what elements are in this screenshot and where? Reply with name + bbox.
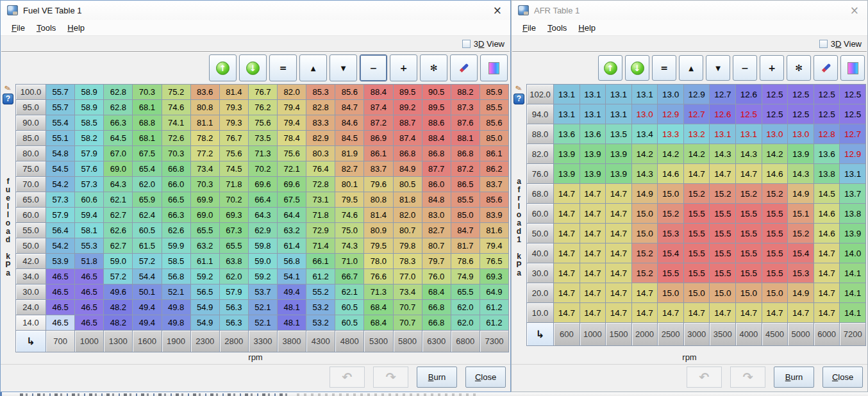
table-cell[interactable]: 46.5 — [46, 285, 74, 299]
table-cell[interactable]: 14.6 — [762, 164, 788, 183]
table-cell[interactable]: 74.3 — [335, 238, 363, 253]
table-cell[interactable]: 67.3 — [220, 223, 248, 238]
table-cell[interactable]: 61.4 — [278, 238, 306, 253]
table-cell[interactable]: 86.1 — [364, 146, 392, 161]
table-cell[interactable]: 55.2 — [306, 285, 335, 299]
row-header[interactable]: 90.0 — [16, 115, 46, 130]
table-cell[interactable]: 76.2 — [249, 100, 277, 115]
col-header[interactable]: 1600 — [133, 331, 161, 352]
table-cell[interactable]: 85.5 — [451, 192, 480, 207]
table-cell[interactable]: 79.4 — [480, 238, 508, 253]
table-cell[interactable]: 13.6 — [580, 124, 606, 144]
table-cell[interactable]: 71.3 — [249, 146, 277, 161]
undo-button[interactable]: ↶ — [330, 367, 365, 388]
table-cell[interactable]: 12.7 — [840, 124, 865, 144]
col-header[interactable]: 5000 — [788, 323, 814, 345]
table-cell[interactable]: 46.5 — [75, 315, 103, 330]
col-header[interactable]: 3800 — [278, 331, 306, 352]
table-cell[interactable]: 15.2 — [762, 184, 788, 203]
table-cell[interactable]: 78.6 — [451, 254, 480, 268]
table-cell[interactable]: 12.9 — [658, 104, 683, 124]
table-cell[interactable]: 14.7 — [554, 184, 580, 203]
table-cell[interactable]: 79.6 — [364, 177, 392, 192]
table-cell[interactable]: 89.2 — [394, 100, 422, 115]
table-cell[interactable]: 14.7 — [554, 303, 580, 322]
table-cell[interactable]: 52.1 — [249, 315, 277, 330]
table-cell[interactable]: 72.9 — [306, 223, 335, 238]
table-cell[interactable]: 79.4 — [278, 100, 306, 115]
gradient-button[interactable] — [840, 55, 865, 81]
table-cell[interactable]: 62.6 — [104, 223, 132, 238]
table-cell[interactable]: 46.5 — [46, 300, 74, 315]
row-header[interactable]: 80.0 — [16, 146, 46, 161]
table-cell[interactable]: 13.9 — [580, 144, 606, 163]
table-cell[interactable]: 68.1 — [133, 100, 161, 115]
table-cell[interactable]: 14.9 — [788, 283, 814, 302]
table-cell[interactable]: 86.8 — [422, 146, 451, 161]
table-cell[interactable]: 15.2 — [788, 224, 814, 243]
table-cell[interactable]: 15.5 — [736, 243, 762, 263]
table-cell[interactable]: 61.2 — [480, 300, 508, 315]
table-cell[interactable]: 89.5 — [394, 85, 422, 99]
table-cell[interactable]: 65.5 — [451, 285, 480, 299]
table-cell[interactable]: 70.3 — [162, 146, 190, 161]
table-cell[interactable]: 55.1 — [46, 131, 74, 145]
table-cell[interactable]: 12.9 — [840, 144, 865, 163]
table-cell[interactable]: 14.1 — [840, 283, 865, 302]
table-cell[interactable]: 73.1 — [306, 192, 335, 207]
table-cell[interactable]: 54.5 — [46, 161, 74, 176]
table-cell[interactable]: 56.3 — [220, 315, 248, 330]
table-cell[interactable]: 69.6 — [249, 177, 277, 192]
axis-corner-button[interactable]: ↳ — [16, 331, 46, 352]
table-cell[interactable]: 74.6 — [162, 100, 190, 115]
table-cell[interactable]: 14.7 — [554, 204, 580, 223]
table-cell[interactable]: 46.5 — [46, 315, 74, 330]
equals-button[interactable]: = — [652, 55, 676, 81]
table-cell[interactable]: 68.4 — [364, 315, 392, 330]
up-circle-button[interactable]: ↑ — [598, 55, 622, 81]
col-header[interactable]: 2300 — [191, 331, 219, 352]
table-cell[interactable]: 15.5 — [736, 263, 762, 283]
col-header[interactable]: 1300 — [104, 331, 132, 352]
table-cell[interactable]: 14.7 — [684, 164, 710, 183]
row-header[interactable]: 42.0 — [16, 254, 46, 268]
table-cell[interactable]: 46.5 — [75, 300, 103, 315]
table-cell[interactable]: 14.6 — [658, 164, 683, 183]
table-cell[interactable]: 81.9 — [335, 146, 363, 161]
row-header[interactable]: 50.0 — [16, 238, 46, 253]
table-cell[interactable]: 60.5 — [335, 315, 363, 330]
table-cell[interactable]: 81.8 — [394, 192, 422, 207]
close-button[interactable]: Close — [465, 367, 506, 388]
table-cell[interactable]: 13.1 — [840, 164, 865, 183]
table-cell[interactable]: 84.8 — [422, 192, 451, 207]
table-cell[interactable]: 81.4 — [220, 85, 248, 99]
table-cell[interactable]: 81.7 — [451, 238, 480, 253]
help-icon[interactable]: ? — [513, 94, 524, 104]
title-bar[interactable]: Fuel VE Table 1 × — [1, 1, 510, 20]
table-cell[interactable]: 70.2 — [249, 161, 277, 176]
table-cell[interactable]: 57.9 — [46, 208, 74, 222]
row-header[interactable]: 82.0 — [527, 144, 553, 163]
table-cell[interactable]: 62.4 — [133, 208, 161, 222]
table-cell[interactable]: 12.6 — [736, 85, 762, 104]
table-cell[interactable]: 89.5 — [422, 100, 451, 115]
table-cell[interactable]: 14.7 — [736, 303, 762, 322]
table-cell[interactable]: 14.7 — [606, 243, 631, 263]
table-cell[interactable]: 15.5 — [762, 224, 788, 243]
table-cell[interactable]: 73.4 — [394, 285, 422, 299]
table-cell[interactable]: 58.5 — [75, 115, 103, 130]
table-cell[interactable]: 68.4 — [364, 300, 392, 315]
table-cell[interactable]: 14.2 — [658, 144, 683, 163]
table-cell[interactable]: 14.7 — [788, 303, 814, 322]
triangle-up-button[interactable]: ▲ — [299, 54, 327, 81]
table-cell[interactable]: 49.6 — [104, 285, 132, 299]
row-header[interactable]: 85.0 — [16, 131, 46, 145]
table-cell[interactable]: 14.7 — [606, 283, 631, 302]
col-header[interactable]: 4300 — [306, 331, 335, 352]
table-cell[interactable]: 77.0 — [394, 269, 422, 284]
table-cell[interactable]: 14.7 — [580, 204, 606, 223]
table-cell[interactable]: 13.6 — [814, 144, 840, 163]
table-cell[interactable]: 12.5 — [814, 104, 840, 124]
col-header[interactable]: 6000 — [814, 323, 840, 345]
row-header[interactable]: 55.0 — [16, 223, 46, 238]
